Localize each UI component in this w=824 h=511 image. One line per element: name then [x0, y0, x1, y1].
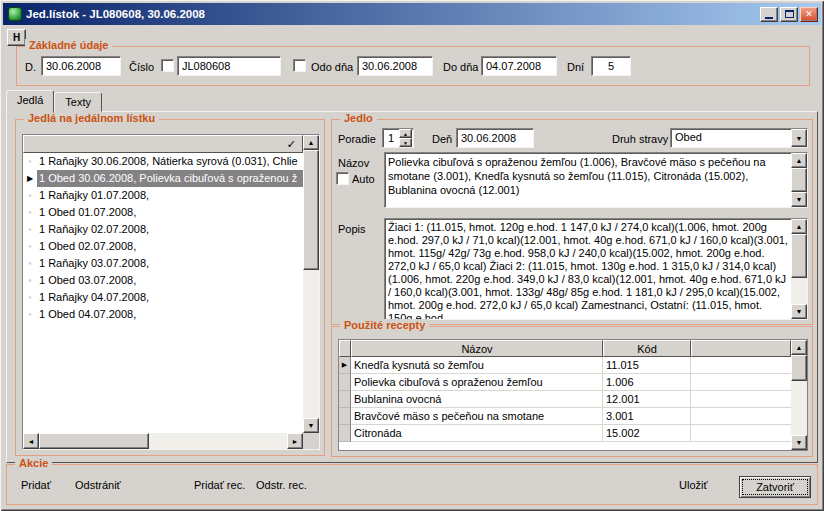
h-button[interactable]: H	[7, 29, 26, 46]
scrollbar-track[interactable]	[791, 234, 807, 304]
selected-row-arrow-icon: ▶	[342, 361, 347, 369]
meal-list-item[interactable]: ◦ 1 Raňajky 02.07.2008,	[23, 221, 303, 238]
day-input[interactable]	[456, 128, 534, 148]
recipe-row[interactable]: Bublanina ovocná 12.001	[339, 391, 791, 408]
arrow-up-icon: ▲	[796, 344, 803, 351]
add-button[interactable]: Pridať	[21, 479, 51, 491]
row-gutter	[339, 391, 351, 408]
arrow-up-icon: ▲	[796, 223, 803, 230]
days-input[interactable]	[591, 56, 631, 76]
row-gutter: ◦	[23, 226, 37, 234]
scroll-up-button[interactable]: ▲	[791, 219, 807, 234]
meal-list-item[interactable]: ◦ 1 Obed 04.07.2008,	[23, 306, 303, 323]
scroll-right-button[interactable]: ►	[287, 433, 303, 449]
auto-checkbox[interactable]	[336, 172, 349, 185]
recipes-table-main: Názov Kód ▶ Knedľa kysnutá so žemľou 11.…	[339, 340, 791, 450]
record-bullet-icon: ◦	[29, 226, 32, 234]
meal-list-item-text: 1 Raňajky 30.06.2008, Nátierka syrová (0…	[37, 153, 303, 170]
column-header-name[interactable]: Názov	[351, 340, 603, 357]
scrollbar-thumb[interactable]	[791, 355, 807, 381]
scrollbar-track[interactable]	[39, 433, 287, 449]
row-gutter: ◦	[23, 294, 37, 302]
scroll-down-button[interactable]: ▼	[791, 435, 807, 450]
recipe-code: 11.015	[603, 357, 691, 374]
from-date-input[interactable]	[357, 56, 433, 76]
scrollbar-track[interactable]	[791, 168, 807, 192]
meal-type-select[interactable]: Obed ▼	[670, 128, 808, 148]
scroll-down-button[interactable]: ▼	[303, 418, 319, 433]
row-gutter: ◦	[23, 209, 37, 217]
row-gutter: ◦	[23, 158, 37, 166]
meal-list-item[interactable]: ◦ 1 Raňajky 01.07.2008,	[23, 187, 303, 204]
spin-up-button[interactable]: ▲	[399, 129, 412, 138]
meal-list-group-label: Jedlá na jedálnom lístku	[24, 112, 159, 124]
close-button[interactable]: ✕	[800, 7, 818, 22]
name-textarea[interactable]: Polievka cibuľová s opraženou žemľou (1.…	[384, 152, 808, 208]
scrollbar-track[interactable]	[791, 355, 807, 435]
close-window-button[interactable]: Zatvoriť	[739, 476, 811, 498]
maximize-button[interactable]	[780, 7, 798, 22]
vertical-scrollbar[interactable]: ▲ ▼	[303, 135, 319, 433]
save-button[interactable]: Uložiť	[679, 479, 708, 491]
to-date-input[interactable]	[481, 56, 557, 76]
name-text[interactable]: Polievka cibuľová s opraženou žemľou (1.…	[385, 153, 791, 207]
scroll-up-button[interactable]: ▲	[303, 135, 319, 150]
date-label: D.	[25, 61, 36, 73]
scroll-up-button[interactable]: ▲	[791, 153, 807, 168]
recipe-row[interactable]: Bravčové mäso s pečeňou na smotane 3.001	[339, 408, 791, 425]
scrollbar-thumb[interactable]	[39, 433, 149, 449]
description-textarea[interactable]: Žiaci 1: (11.015, hmot. 120g e.hod. 1 14…	[384, 218, 808, 320]
number-checkbox[interactable]	[161, 59, 174, 72]
column-header-code[interactable]: Kód	[603, 340, 691, 357]
remove-button[interactable]: Odstrániť	[75, 479, 121, 491]
recipe-name: Polievka cibuľová s opraženou žemľou	[351, 374, 603, 391]
meal-detail-group-label: Jedlo	[340, 112, 377, 124]
date-input[interactable]	[41, 56, 121, 76]
meal-list-item[interactable]: ◦ 1 Obed 01.07.2008,	[23, 204, 303, 221]
date-range-checkbox[interactable]	[293, 59, 306, 72]
meal-list-item-selected[interactable]: ▶ 1 Obed 30.06.2008, Polievka cibuľová s…	[23, 170, 303, 187]
recipe-row[interactable]: Polievka cibuľová s opraženou žemľou 1.0…	[339, 374, 791, 391]
order-input[interactable]	[383, 129, 399, 147]
description-text[interactable]: Žiaci 1: (11.015, hmot. 120g e.hod. 1 14…	[385, 219, 791, 319]
meal-list-item[interactable]: ◦ 1 Raňajky 30.06.2008, Nátierka syrová …	[23, 153, 303, 170]
titlebar[interactable]: Jed.lístok - JL080608, 30.06.2008 ✕	[3, 3, 821, 25]
vertical-scrollbar[interactable]: ▲ ▼	[791, 153, 807, 207]
meal-type-value: Obed	[671, 129, 791, 147]
scrollbar-thumb[interactable]	[791, 168, 807, 192]
meal-list-item[interactable]: ◦ 1 Raňajky 03.07.2008,	[23, 255, 303, 272]
tab-jedla[interactable]: Jedlá	[6, 90, 54, 113]
scroll-left-button[interactable]: ◄	[23, 433, 39, 449]
meal-list-item-text: 1 Obed 03.07.2008,	[37, 272, 303, 289]
scroll-down-button[interactable]: ▼	[791, 192, 807, 207]
add-recipe-button[interactable]: Pridať rec.	[194, 479, 245, 491]
vertical-scrollbar[interactable]: ▲ ▼	[791, 219, 807, 319]
scroll-up-button[interactable]: ▲	[791, 340, 807, 355]
remove-recipe-button[interactable]: Odstr. rec.	[256, 479, 307, 491]
recipe-row-selected[interactable]: ▶ Knedľa kysnutá so žemľou 11.015	[339, 357, 791, 374]
recipe-row[interactable]: Citronáda 15.002	[339, 425, 791, 442]
number-input[interactable]	[177, 56, 281, 76]
minimize-button[interactable]	[760, 7, 778, 22]
maximize-icon	[785, 10, 794, 18]
scrollbar-thumb[interactable]	[303, 150, 319, 270]
meal-list-item[interactable]: ◦ 1 Raňajky 04.07.2008,	[23, 289, 303, 306]
meal-type-label: Druh stravy	[612, 133, 668, 145]
spin-down-button[interactable]: ▼	[399, 138, 412, 147]
recipe-empty-cell	[691, 357, 791, 374]
dropdown-button[interactable]: ▼	[791, 129, 807, 147]
scrollbar-track[interactable]	[303, 150, 319, 418]
meal-list-item[interactable]: ◦ 1 Obed 02.07.2008,	[23, 238, 303, 255]
scrollbar-thumb[interactable]	[791, 234, 807, 278]
order-spinner[interactable]: ▲ ▼	[382, 128, 414, 148]
row-gutter: ◦	[23, 311, 37, 319]
meal-list-item-text: 1 Raňajky 01.07.2008,	[37, 187, 303, 204]
horizontal-scrollbar[interactable]: ◄ ►	[23, 433, 303, 449]
scroll-down-button[interactable]: ▼	[791, 304, 807, 319]
recipes-group: Použité recepty Názov Kód ▶ Knedľa kysnu…	[331, 326, 813, 457]
meal-list-item[interactable]: ◦ 1 Obed 03.07.2008,	[23, 272, 303, 289]
days-label: Dní	[567, 61, 584, 73]
vertical-scrollbar[interactable]: ▲ ▼	[791, 340, 807, 450]
tab-texty[interactable]: Texty	[54, 92, 102, 112]
row-gutter	[339, 408, 351, 425]
